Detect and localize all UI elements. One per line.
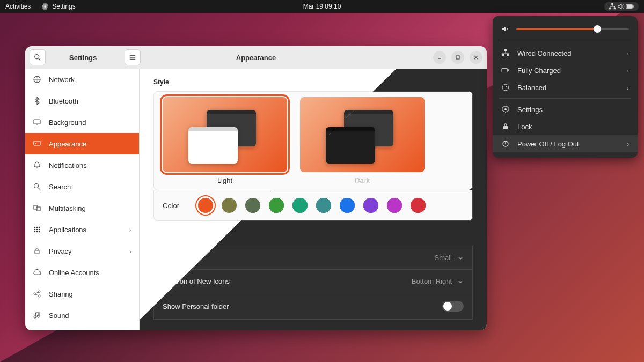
sidebar-item-search[interactable]: Search: [25, 176, 139, 197]
minimize-icon: [437, 55, 442, 60]
desktop-personal-row: Show Personal folder: [153, 293, 473, 320]
close-icon: [473, 55, 479, 60]
volume-slider[interactable]: [493, 21, 638, 40]
sidebar-item-label: Sharing: [49, 290, 73, 298]
search-icon: [34, 54, 41, 61]
svg-rect-10: [34, 120, 40, 124]
svg-rect-33: [508, 69, 509, 71]
sidebar-item-label: Multitasking: [49, 204, 86, 212]
system-tray[interactable]: [604, 2, 639, 11]
svg-rect-32: [502, 68, 508, 72]
svg-rect-36: [503, 126, 508, 129]
svg-point-20: [36, 229, 38, 231]
sidebar-item-network[interactable]: Network: [25, 69, 139, 90]
svg-point-28: [38, 295, 40, 297]
sidebar-item-multitasking[interactable]: Multitasking: [25, 197, 139, 219]
menu-item-power-mode[interactable]: Balanced›: [493, 79, 638, 96]
content-pane: Style Light Dark Color: [140, 69, 487, 330]
menu-label: Wired Connected: [517, 49, 571, 57]
minimize-button[interactable]: [433, 51, 446, 64]
menu-item-power[interactable]: Power Off / Log Out›: [493, 135, 638, 152]
app-menu[interactable]: Settings: [41, 3, 75, 10]
app-menu-label: Settings: [52, 3, 75, 10]
music-icon: [33, 311, 41, 320]
sidebar-item-sound[interactable]: Sound: [25, 305, 139, 326]
gauge-icon: [501, 83, 510, 92]
sidebar-item-label: Search: [49, 183, 71, 191]
sidebar-item-label: Bluetooth: [49, 97, 78, 105]
bell-icon: [33, 161, 41, 169]
svg-rect-2: [609, 8, 611, 10]
color-swatch[interactable]: [292, 198, 308, 213]
svg-point-21: [39, 229, 40, 231]
chevron-right-icon: ›: [627, 67, 629, 75]
chevron-right-icon: ›: [627, 140, 629, 148]
svg-point-24: [39, 231, 40, 233]
menu-item-settings[interactable]: Settings: [493, 101, 638, 118]
menu-label: Balanced: [517, 84, 546, 92]
maximize-button[interactable]: [451, 51, 464, 64]
activities-button[interactable]: Activities: [5, 3, 31, 10]
sidebar-item-privacy[interactable]: Privacy›: [25, 240, 139, 262]
svg-rect-30: [502, 54, 504, 56]
sidebar-title: Settings: [69, 54, 97, 62]
clock[interactable]: Mar 19 09:10: [303, 3, 341, 10]
style-option-light[interactable]: Light: [163, 97, 287, 184]
menu-item-lock[interactable]: Lock: [493, 118, 638, 135]
close-button[interactable]: [470, 51, 482, 64]
sidebar-item-bluetooth[interactable]: Bluetooth: [25, 90, 139, 112]
share-icon: [33, 290, 41, 298]
sidebar-item-label: Network: [49, 76, 75, 84]
sidebar-item-label: Notifications: [49, 161, 87, 169]
network-icon: [501, 49, 510, 57]
display-icon: [33, 118, 41, 127]
svg-point-27: [38, 291, 40, 293]
color-swatch[interactable]: [198, 198, 213, 213]
sidebar-item-online-accounts[interactable]: Online Accounts: [25, 262, 139, 283]
style-label-light: Light: [217, 176, 232, 184]
appearance-icon: [33, 139, 41, 148]
lock-icon: [501, 122, 510, 131]
bluetooth-icon: [33, 97, 41, 105]
settings-icon: [41, 3, 49, 10]
chevron-right-icon: ›: [129, 247, 131, 255]
search-button[interactable]: [30, 49, 46, 65]
menu-button[interactable]: [125, 49, 141, 65]
sidebar-item-label: Background: [49, 119, 86, 127]
svg-rect-5: [627, 5, 632, 8]
svg-rect-8: [456, 56, 459, 59]
color-swatch[interactable]: [363, 198, 378, 213]
sidebar-item-sharing[interactable]: Sharing: [25, 283, 139, 305]
personal-folder-toggle[interactable]: [442, 301, 464, 312]
svg-point-23: [36, 231, 38, 233]
sidebar-item-label: Online Accounts: [49, 269, 99, 277]
menu-label: Power Off / Log Out: [517, 140, 579, 148]
color-swatch[interactable]: [316, 198, 331, 213]
desktop-position-row[interactable]: Position of New Icons Bottom Right: [153, 270, 473, 293]
chevron-right-icon: ›: [129, 226, 131, 234]
sidebar-item-appearance[interactable]: Appearance: [25, 133, 139, 154]
color-swatch[interactable]: [340, 198, 355, 213]
globe-icon: [33, 75, 41, 84]
sidebar-item-background[interactable]: Background: [25, 112, 139, 133]
menu-label: Settings: [517, 106, 543, 114]
chevron-down-icon: [457, 255, 464, 261]
color-swatch[interactable]: [411, 198, 426, 213]
svg-rect-29: [504, 49, 507, 51]
svg-rect-1: [611, 3, 613, 5]
network-icon: [609, 3, 616, 10]
color-swatch[interactable]: [387, 198, 402, 213]
svg-point-7: [35, 55, 39, 59]
color-swatch[interactable]: [222, 198, 237, 213]
menu-item-wired[interactable]: Wired Connected›: [493, 45, 638, 62]
menu-item-battery[interactable]: Fully Charged›: [493, 62, 638, 79]
style-label-dark: Dark: [355, 176, 369, 184]
chevron-down-icon: [457, 278, 464, 285]
battery-icon: [626, 3, 634, 10]
color-swatch[interactable]: [269, 198, 284, 213]
sidebar-item-notifications[interactable]: Notifications: [25, 154, 139, 176]
svg-point-26: [34, 293, 36, 295]
svg-rect-25: [35, 250, 39, 254]
sidebar-item-applications[interactable]: Applications›: [25, 219, 139, 240]
row-label: Show Personal folder: [163, 302, 229, 311]
